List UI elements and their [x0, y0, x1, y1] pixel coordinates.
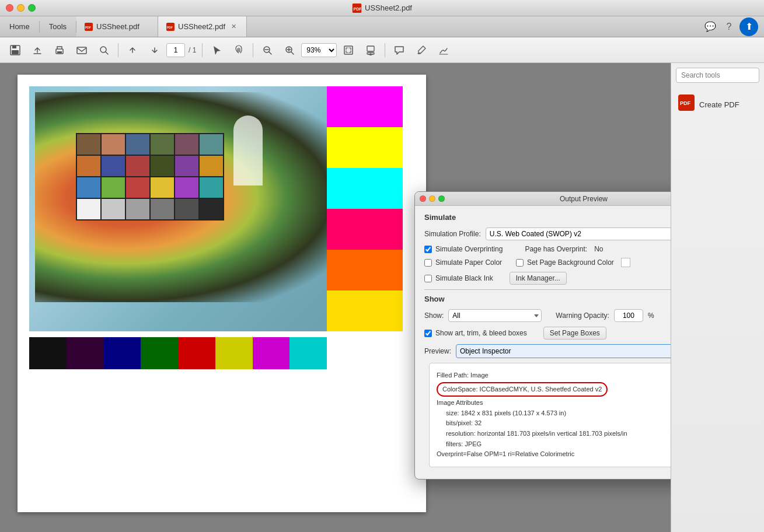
- bg-color-swatch[interactable]: [621, 258, 630, 267]
- toolbar: 1 / 1 93% 50% 75% 100% 125% 150%: [0, 37, 764, 63]
- page-total: / 1: [189, 46, 196, 54]
- simulate-black-ink-label: Simulate Black Ink: [435, 274, 493, 282]
- simulate-black-ink-checkbox[interactable]: [424, 275, 432, 282]
- set-page-bg-checkbox[interactable]: [516, 259, 524, 267]
- prev-page-button[interactable]: [122, 40, 143, 61]
- zoom-select[interactable]: 93% 50% 75% 100% 125% 150%: [301, 43, 337, 57]
- show-section-title: Show: [424, 295, 671, 303]
- simulate-paper-color-checkbox[interactable]: [424, 259, 432, 267]
- tab-nav: Home Tools: [0, 16, 76, 37]
- tab-label-ussheet: USSheet.pdf: [96, 22, 139, 31]
- comment-button[interactable]: [389, 40, 410, 61]
- tools-nav[interactable]: Tools: [40, 16, 76, 37]
- tab-bar-actions: 💬 ? ⬆: [702, 16, 764, 37]
- svg-rect-7: [12, 46, 16, 48]
- filters-line: filters: JPEG: [446, 439, 671, 450]
- main-layout: Output Preview Simulate Simulation Profi…: [0, 63, 764, 532]
- create-pdf-button[interactable]: PDF Create PDF: [671, 88, 764, 121]
- search-button[interactable]: [93, 40, 114, 61]
- close-button[interactable]: [6, 4, 13, 12]
- show-art-checkbox-row: Show art, trim, & bleed boxes: [424, 329, 527, 337]
- simulate-section-title: Simulate: [424, 213, 671, 222]
- svg-rect-16: [367, 46, 374, 51]
- simulate-overprinting-label: Simulate Overprinting: [435, 245, 503, 253]
- sign-button[interactable]: [433, 40, 454, 61]
- dialog-minimize-button[interactable]: [429, 195, 435, 202]
- black-ink-checkbox-row: Simulate Black Ink: [424, 274, 493, 282]
- color-checker: [76, 133, 224, 220]
- save-button[interactable]: [5, 40, 26, 61]
- title-text: USSheet2.pdf: [365, 4, 412, 12]
- search-icon: [98, 44, 110, 56]
- zoom-out-icon: [262, 45, 273, 55]
- size-line: size: 1842 x 831 pixels (10.137 x 4.573 …: [446, 408, 671, 419]
- page-input[interactable]: 1: [166, 43, 185, 57]
- search-tools-input[interactable]: [676, 68, 759, 83]
- zoom-out-button[interactable]: [257, 40, 278, 61]
- show-row: Show: All CMYK RGB Spot Colors Warning O…: [424, 309, 671, 322]
- simulation-profile-select[interactable]: U.S. Web Coated (SWOP) v2 U.S. Sheetfed …: [486, 228, 671, 240]
- pdf-viewer[interactable]: Output Preview Simulate Simulation Profi…: [0, 63, 671, 532]
- highlight-icon: [416, 45, 427, 55]
- zoom-in-button[interactable]: [279, 40, 300, 61]
- paper-color-checkbox-row: Simulate Paper Color: [424, 258, 502, 267]
- set-page-boxes-button[interactable]: Set Page Boxes: [543, 327, 606, 340]
- preview-select[interactable]: Object Inspector Color Warnings Separati…: [456, 344, 671, 358]
- mail-button[interactable]: [71, 40, 92, 61]
- svg-rect-10: [57, 51, 62, 53]
- show-art-trim-checkbox[interactable]: [424, 330, 432, 337]
- select-tool-icon: [211, 45, 222, 55]
- preview-label: Preview:: [424, 347, 451, 355]
- set-page-bg-label: Set Page Background Color: [527, 258, 614, 267]
- color-space-line: ColorSpace: ICCBasedCMYK, U.S. Sheetfed …: [437, 381, 671, 398]
- separator-2: [202, 43, 203, 57]
- upload-icon: [32, 44, 43, 56]
- overprinting-checkbox-row: Simulate Overprinting: [424, 245, 503, 253]
- scroll-mode-icon: [365, 45, 376, 55]
- show-label: Show:: [424, 312, 444, 320]
- tab-ussheet2[interactable]: PDF USSheet2.pdf ✕: [158, 16, 247, 37]
- next-page-button[interactable]: [144, 40, 165, 61]
- tab-ussheet[interactable]: PDF USSheet.pdf: [76, 16, 158, 37]
- help-button[interactable]: ?: [721, 19, 737, 35]
- tab-close-button[interactable]: ✕: [229, 22, 238, 32]
- print-icon: [54, 44, 65, 56]
- black-ink-row: Simulate Black Ink Ink Manager...: [424, 272, 671, 285]
- create-pdf-label: Create PDF: [699, 100, 739, 109]
- upload-button[interactable]: [27, 40, 48, 61]
- title-bar: PDF USSheet2.pdf: [0, 0, 764, 16]
- maximize-button[interactable]: [28, 4, 36, 12]
- minimize-button[interactable]: [17, 4, 25, 12]
- hand-tool-icon: [233, 45, 244, 55]
- comment-icon: [394, 45, 404, 55]
- highlight-button[interactable]: [411, 40, 432, 61]
- pdf-tab-icon: PDF: [85, 23, 93, 31]
- bits-pixel-line: bits/pixel: 32: [446, 418, 671, 429]
- fit-page-button[interactable]: [338, 40, 359, 61]
- simulate-overprinting-checkbox[interactable]: [424, 246, 432, 253]
- image-details: size: 1842 x 831 pixels (10.137 x 4.573 …: [437, 408, 671, 449]
- svg-text:PDF: PDF: [85, 26, 91, 29]
- mail-icon: [76, 44, 88, 56]
- window-title: PDF USSheet2.pdf: [352, 4, 412, 13]
- ink-manager-button[interactable]: Ink Manager...: [510, 272, 567, 285]
- show-art-trim-label: Show art, trim, & bleed boxes: [435, 329, 527, 337]
- window-controls: [0, 4, 41, 12]
- show-select[interactable]: All CMYK RGB Spot Colors: [448, 309, 542, 322]
- simulate-paper-color-label: Simulate Paper Color: [435, 258, 502, 267]
- dialog-maximize-button[interactable]: [438, 195, 445, 202]
- tabs-container: PDF USSheet.pdf PDF USSheet2.pdf ✕: [76, 16, 702, 37]
- color-bars: [327, 86, 403, 331]
- dialog-close-button[interactable]: [420, 195, 426, 202]
- page-has-overprint-value: No: [594, 245, 603, 253]
- chat-button[interactable]: 💬: [702, 19, 718, 35]
- warning-opacity-input[interactable]: [614, 309, 643, 322]
- select-tool-button[interactable]: [206, 40, 227, 61]
- share-button[interactable]: ⬆: [739, 18, 758, 36]
- print-button[interactable]: [49, 40, 70, 61]
- pdf-tab2-icon: PDF: [166, 23, 175, 31]
- pdf-create-icon: PDF: [678, 94, 695, 111]
- home-nav[interactable]: Home: [0, 16, 39, 37]
- hand-tool-button[interactable]: [228, 40, 249, 61]
- scroll-mode-button[interactable]: [360, 40, 381, 61]
